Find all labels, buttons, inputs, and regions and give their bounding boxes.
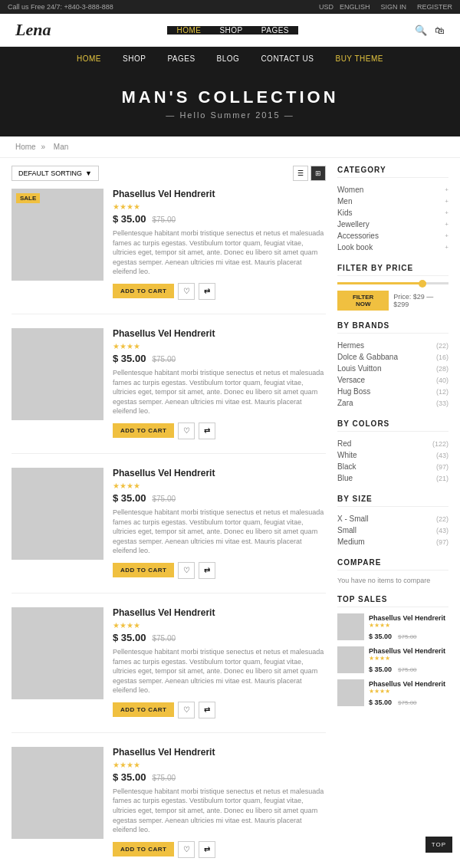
- add-to-cart-button[interactable]: ADD TO CART: [113, 702, 174, 717]
- category-item[interactable]: Men+: [337, 196, 449, 207]
- top-sale-image-0: [337, 613, 364, 640]
- category-item[interactable]: Kids+: [337, 207, 449, 219]
- nav-item-pages[interactable]: PAGES: [156, 47, 205, 71]
- top-sales-section: TOP SALES Phasellus Vel Hendrerit ★★★★ $…: [337, 595, 449, 706]
- size-item[interactable]: Small(43): [337, 524, 449, 536]
- brand-item[interactable]: Versace(40): [337, 374, 449, 386]
- wishlist-button[interactable]: ♡: [178, 422, 195, 439]
- nav-shop[interactable]: SHOP: [210, 26, 251, 35]
- nav-item-buy[interactable]: BUY THEME: [324, 47, 393, 71]
- size-item[interactable]: Medium(97): [337, 536, 449, 547]
- color-item[interactable]: Black(97): [337, 461, 449, 472]
- compare-text: You have no items to compare: [337, 577, 449, 584]
- product-title[interactable]: Phasellus Vel Hendrerit: [113, 468, 326, 478]
- nav-item-contact[interactable]: CONTACT US: [250, 47, 324, 71]
- compare-button[interactable]: ⇄: [199, 562, 215, 579]
- product-description: Pellentesque habitant morbi tristique se…: [113, 508, 326, 556]
- wishlist-button[interactable]: ♡: [178, 841, 195, 858]
- products-column: DEFAULT SORTING ▼ ☰ ⊞ SALE Phasellus Vel…: [12, 166, 326, 868]
- product-description: Pellentesque habitant morbi tristique se…: [113, 787, 326, 835]
- compare-button[interactable]: ⇄: [199, 422, 215, 439]
- brand-item[interactable]: Hermes(22): [337, 340, 449, 351]
- product-old-price: $75.00: [152, 634, 176, 643]
- brand-item[interactable]: Louis Vuitton(28): [337, 363, 449, 374]
- nav-item-shop[interactable]: SHOP: [112, 47, 156, 71]
- nav-item-blog[interactable]: BLOG: [206, 47, 251, 71]
- size-label: Small: [337, 526, 356, 534]
- color-item[interactable]: Red(122): [337, 438, 449, 449]
- language-selector[interactable]: ENGLISH: [340, 3, 370, 11]
- product-old-price: $75.00: [152, 355, 176, 363]
- wishlist-button[interactable]: ♡: [178, 702, 195, 718]
- brand-item[interactable]: Zara(33): [337, 397, 449, 409]
- signin-link[interactable]: SIGN IN: [380, 3, 406, 11]
- wishlist-button[interactable]: ♡: [178, 283, 195, 300]
- brand-label: Louis Vuitton: [337, 364, 381, 373]
- top-sale-old-price: $75.00: [398, 633, 416, 640]
- color-item[interactable]: Blue(21): [337, 472, 449, 484]
- cart-icon[interactable]: 🛍: [435, 25, 445, 36]
- currency-selector[interactable]: USD: [319, 3, 334, 11]
- product-image-1[interactable]: [12, 328, 104, 420]
- add-to-cart-button[interactable]: ADD TO CART: [113, 563, 174, 577]
- search-icon[interactable]: 🔍: [415, 25, 427, 36]
- product-title[interactable]: Phasellus Vel Hendrerit: [113, 189, 326, 199]
- category-label: Jewellery: [337, 220, 370, 229]
- product-list: SALE Phasellus Vel Hendrerit ★★★★ $ 35.0…: [12, 189, 326, 868]
- add-to-cart-button[interactable]: ADD TO CART: [113, 284, 174, 298]
- main-content: DEFAULT SORTING ▼ ☰ ⊞ SALE Phasellus Vel…: [0, 158, 460, 868]
- breadcrumb-home[interactable]: Home: [15, 143, 36, 151]
- register-link[interactable]: REGISTER: [417, 3, 452, 11]
- nav-pages[interactable]: PAGES: [252, 26, 298, 35]
- price-range-label: Price: $29 — $299: [393, 293, 449, 308]
- product-image-3[interactable]: [12, 607, 104, 699]
- list-view-button[interactable]: ☰: [293, 166, 308, 181]
- hero-subtitle: — Hello Summer 2015 —: [8, 110, 452, 120]
- category-item[interactable]: Accessories+: [337, 230, 449, 242]
- category-label: Women: [337, 186, 363, 194]
- wishlist-button[interactable]: ♡: [178, 562, 195, 579]
- grid-view-button[interactable]: ⊞: [310, 166, 326, 181]
- top-sale-stars: ★★★★: [369, 655, 445, 662]
- product-image-2[interactable]: [12, 468, 104, 560]
- category-label: Kids: [337, 209, 352, 217]
- top-sale-image-1: [337, 646, 364, 673]
- top-sale-item[interactable]: Phasellus Vel Hendrerit ★★★★ $ 35.00 $75…: [337, 679, 449, 706]
- category-item[interactable]: Women+: [337, 184, 449, 196]
- compare-button[interactable]: ⇄: [199, 283, 215, 300]
- brand-item[interactable]: Dolce & Gabbana(16): [337, 351, 449, 363]
- product-image-0[interactable]: SALE: [12, 189, 104, 281]
- add-to-cart-button[interactable]: ADD TO CART: [113, 423, 174, 438]
- product-actions: ADD TO CART ♡ ⇄: [113, 841, 326, 858]
- nav-home[interactable]: HOME: [167, 26, 210, 35]
- logo[interactable]: Lena: [15, 20, 51, 40]
- size-item[interactable]: X - Small(22): [337, 513, 449, 524]
- top-sale-item[interactable]: Phasellus Vel Hendrerit ★★★★ $ 35.00 $75…: [337, 613, 449, 640]
- brand-item[interactable]: Hug Boss(12): [337, 386, 449, 397]
- add-to-cart-button[interactable]: ADD TO CART: [113, 842, 174, 856]
- color-item[interactable]: White(43): [337, 449, 449, 461]
- product-title[interactable]: Phasellus Vel Hendrerit: [113, 747, 326, 758]
- category-item[interactable]: Look book+: [337, 242, 449, 253]
- compare-button[interactable]: ⇄: [199, 702, 215, 718]
- price-slider[interactable]: [337, 282, 449, 284]
- product-title[interactable]: Phasellus Vel Hendrerit: [113, 328, 326, 339]
- main-nav: HOME SHOP PAGES: [51, 26, 415, 35]
- product-old-price: $75.00: [152, 495, 176, 503]
- top-sale-item[interactable]: Phasellus Vel Hendrerit ★★★★ $ 35.00 $75…: [337, 646, 449, 673]
- back-to-top-button[interactable]: TOP: [426, 837, 452, 853]
- brand-label: Hug Boss: [337, 387, 370, 396]
- size-label: X - Small: [337, 515, 369, 523]
- category-label: Accessories: [337, 232, 379, 240]
- colors-section: BY COLORS Red(122)White(43)Black(97)Blue…: [337, 419, 449, 484]
- filter-now-button[interactable]: FILTER NOW: [337, 291, 389, 311]
- category-arrow: +: [445, 221, 449, 228]
- compare-button[interactable]: ⇄: [199, 841, 215, 858]
- sort-button[interactable]: DEFAULT SORTING ▼: [12, 166, 99, 181]
- product-title[interactable]: Phasellus Vel Hendrerit: [113, 607, 326, 618]
- nav-item-home[interactable]: HOME: [66, 47, 112, 71]
- category-item[interactable]: Jewellery+: [337, 219, 449, 230]
- price-slider-handle[interactable]: [419, 280, 426, 288]
- product-image-4[interactable]: [12, 747, 104, 839]
- product-actions: ADD TO CART ♡ ⇄: [113, 422, 326, 439]
